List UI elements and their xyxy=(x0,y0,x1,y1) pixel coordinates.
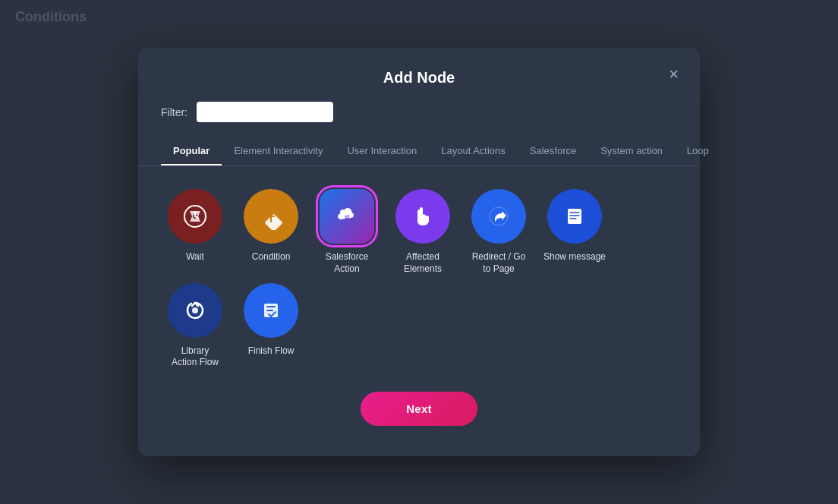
modal-overlay: Add Node × Filter: Popular Element Inter… xyxy=(0,0,838,504)
tab-element-interactivity[interactable]: Element Interactivity xyxy=(222,137,335,165)
filter-label: Filter: xyxy=(161,106,187,118)
modal-footer: Next xyxy=(138,376,700,433)
modal-header: Add Node × xyxy=(138,48,700,102)
tabs-container: Popular Element Interactivity User Inter… xyxy=(138,137,700,166)
wait-icon-wrapper xyxy=(168,189,222,244)
finish-flow-label: Finish Flow xyxy=(248,345,295,358)
svg-text:sf: sf xyxy=(345,214,350,219)
finish-icon-wrapper xyxy=(244,283,298,338)
affected-icon xyxy=(409,203,436,230)
redirect-label: Redirect / Goto Page xyxy=(472,251,526,275)
close-button[interactable]: × xyxy=(663,63,685,86)
node-show-message[interactable]: Show message xyxy=(540,189,609,275)
show-message-icon xyxy=(561,203,588,230)
tab-loop[interactable]: Loop xyxy=(675,137,721,165)
affected-elements-label: Affected Elements xyxy=(389,251,457,275)
tab-salesforce[interactable]: Salesforce xyxy=(518,137,588,165)
node-finish-flow[interactable]: Finish Flow xyxy=(237,283,305,369)
node-library-action-flow[interactable]: LibraryAction Flow xyxy=(161,283,229,369)
tab-layout-actions[interactable]: Layout Actions xyxy=(429,137,518,165)
library-icon xyxy=(181,297,209,324)
affected-icon-wrapper xyxy=(395,189,450,244)
modal: Add Node × Filter: Popular Element Inter… xyxy=(138,48,700,455)
node-grid: Wait Condition xyxy=(138,166,700,376)
finish-icon xyxy=(257,297,285,324)
node-wait[interactable]: Wait xyxy=(161,189,229,275)
wait-label: Wait xyxy=(186,251,204,263)
library-action-flow-label: LibraryAction Flow xyxy=(172,345,219,369)
show-message-label: Show message xyxy=(543,251,606,263)
salesforce-action-label: SalesforceAction xyxy=(326,251,369,275)
condition-label: Condition xyxy=(252,251,291,263)
filter-input[interactable] xyxy=(197,102,333,122)
condition-icon-wrapper xyxy=(244,189,298,244)
redirect-icon xyxy=(485,203,512,230)
modal-title: Add Node xyxy=(383,69,455,87)
next-button[interactable]: Next xyxy=(361,392,477,426)
node-redirect[interactable]: Redirect / Goto Page xyxy=(465,189,533,275)
svg-rect-16 xyxy=(266,310,273,311)
salesforce-icon: sf xyxy=(333,203,361,230)
svg-point-13 xyxy=(192,307,198,313)
tab-system-action[interactable]: System action xyxy=(588,137,675,165)
condition-icon xyxy=(257,203,285,230)
node-condition[interactable]: Condition xyxy=(237,189,305,275)
node-affected-elements[interactable]: Affected Elements xyxy=(389,189,457,275)
library-icon-wrapper xyxy=(168,283,222,338)
tab-user-interaction[interactable]: User Interaction xyxy=(335,137,429,165)
show-message-icon-wrapper xyxy=(547,189,602,244)
tab-popular[interactable]: Popular xyxy=(161,137,222,165)
redirect-icon-wrapper xyxy=(471,189,526,244)
svg-rect-15 xyxy=(266,306,276,307)
salesforce-icon-wrapper: sf xyxy=(320,189,374,244)
wait-icon xyxy=(181,203,209,230)
filter-row: Filter: xyxy=(138,102,700,137)
svg-rect-9 xyxy=(568,209,581,224)
node-salesforce-action[interactable]: sf SalesforceAction xyxy=(313,189,381,275)
